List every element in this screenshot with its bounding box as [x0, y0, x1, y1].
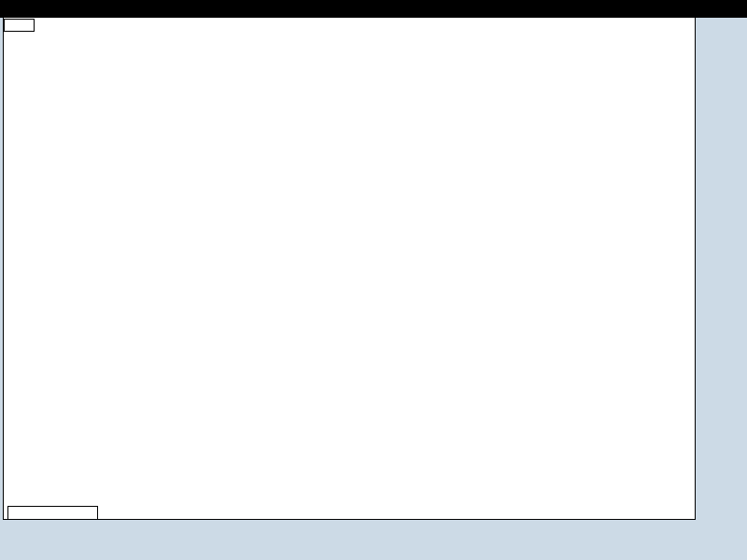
prorealtime-watermark — [7, 506, 98, 520]
chart-plot-area[interactable] — [3, 18, 696, 520]
candlestick-chart[interactable] — [4, 18, 697, 520]
price-axis-label[interactable] — [4, 19, 35, 32]
title-bar — [0, 0, 747, 18]
indicator-legend — [5, 18, 695, 31]
